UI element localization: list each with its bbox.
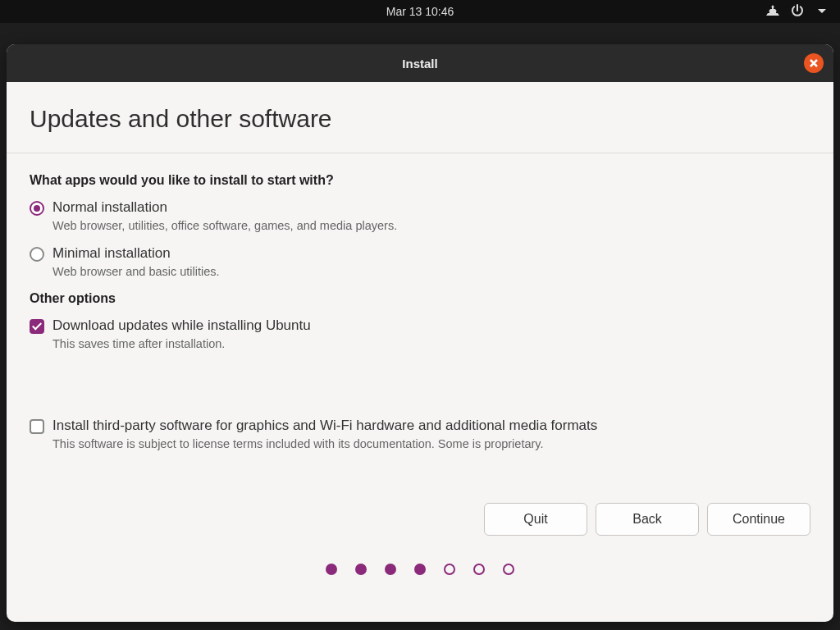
window-titlebar: Install — [7, 44, 833, 82]
label-normal: Normal installation — [52, 199, 167, 216]
progress-dot-4 — [414, 564, 426, 575]
desc-normal: Web browser, utilities, office software,… — [52, 219, 810, 232]
label-minimal: Minimal installation — [52, 245, 171, 262]
option-download-updates[interactable]: Download updates while installing Ubuntu — [30, 317, 810, 334]
chevron-down-icon[interactable] — [815, 4, 829, 20]
radio-normal[interactable] — [30, 201, 44, 216]
divider — [7, 153, 833, 153]
label-thirdparty: Install third-party software for graphic… — [52, 418, 597, 434]
network-icon[interactable] — [766, 4, 779, 20]
desc-updates: This saves time after installation. — [52, 337, 810, 350]
power-icon[interactable] — [791, 4, 804, 20]
button-row: Quit Back Continue — [30, 503, 810, 536]
quit-button[interactable]: Quit — [484, 503, 587, 536]
option-minimal-install[interactable]: Minimal installation — [30, 245, 810, 262]
back-button[interactable]: Back — [596, 503, 699, 536]
continue-button[interactable]: Continue — [707, 503, 810, 536]
close-icon — [809, 58, 819, 68]
progress-dot-3 — [385, 564, 396, 575]
system-topbar: Mar 13 10:46 — [0, 0, 840, 23]
installer-content: Updates and other software What apps wou… — [7, 82, 833, 622]
progress-dot-5 — [444, 564, 455, 575]
checkbox-thirdparty[interactable] — [30, 419, 44, 434]
checkbox-updates[interactable] — [30, 319, 44, 334]
install-question: What apps would you like to install to s… — [30, 173, 810, 188]
desc-minimal: Web browser and basic utilities. — [52, 265, 810, 278]
label-updates: Download updates while installing Ubuntu — [52, 317, 311, 334]
system-tray[interactable] — [766, 0, 829, 23]
progress-dot-7 — [503, 564, 514, 575]
progress-dot-2 — [355, 564, 367, 575]
spacer — [30, 363, 810, 418]
progress-dot-6 — [473, 564, 485, 575]
progress-dot-1 — [326, 564, 337, 575]
radio-minimal[interactable] — [30, 247, 44, 262]
close-button[interactable] — [804, 53, 824, 73]
clock: Mar 13 10:46 — [386, 5, 454, 18]
progress-dots — [30, 564, 810, 583]
desc-thirdparty: This software is subject to license term… — [52, 437, 810, 450]
option-normal-install[interactable]: Normal installation — [30, 199, 810, 216]
option-thirdparty[interactable]: Install third-party software for graphic… — [30, 418, 810, 434]
page-heading: Updates and other software — [30, 105, 810, 133]
installer-window: Install Updates and other software What … — [7, 44, 833, 622]
window-title: Install — [402, 57, 437, 71]
other-options-title: Other options — [30, 291, 810, 306]
